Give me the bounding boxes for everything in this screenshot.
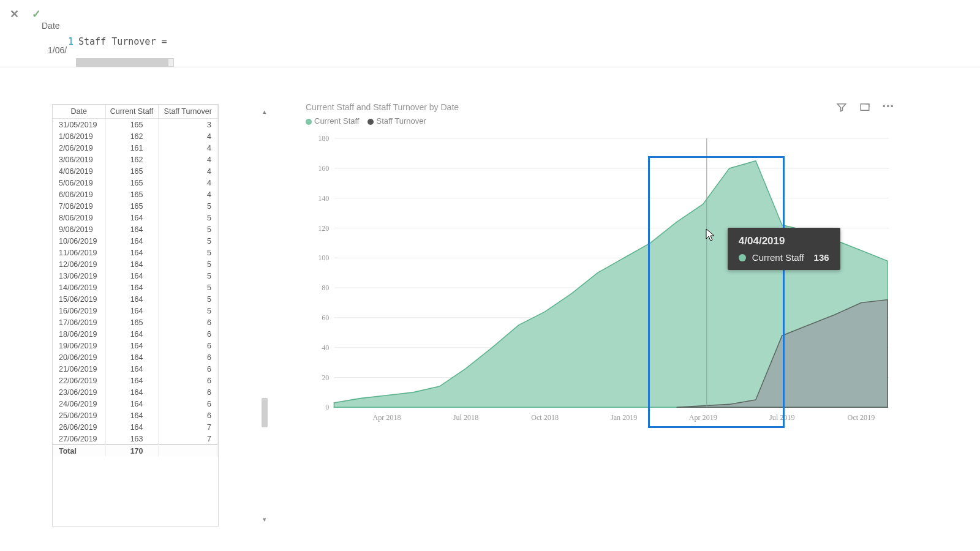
cell-staff-turnover: 7 <box>158 433 218 445</box>
table-row[interactable]: 22/06/2019 164 6 <box>53 375 218 386</box>
close-icon: ✕ <box>10 7 19 21</box>
cell-date: 25/06/2019 <box>53 410 105 421</box>
cell-current-staff: 165 <box>105 317 158 328</box>
cell-staff-turnover: 6 <box>158 363 218 375</box>
cell-date: 3/06/2019 <box>53 154 105 165</box>
table-row[interactable]: 7/06/2019 165 5 <box>53 200 218 212</box>
svg-text:80: 80 <box>322 283 329 292</box>
tooltip-value: 136 <box>814 252 829 263</box>
chart-plot-area[interactable]: 020406080100120140160180 Apr 2018Jul 201… <box>309 136 891 425</box>
cell-staff-turnover: 5 <box>158 235 218 247</box>
cell-current-staff: 164 <box>105 328 158 340</box>
formula-accept-button[interactable]: ✓ <box>28 6 44 22</box>
cell-staff-turnover: 4 <box>158 142 218 154</box>
filter-icon[interactable] <box>836 102 847 113</box>
cell-date: 17/06/2019 <box>53 317 105 328</box>
table-row[interactable]: 26/06/2019 164 7 <box>53 421 218 433</box>
table-row[interactable]: 14/06/2019 164 5 <box>53 282 218 293</box>
more-options-icon[interactable]: ••• <box>883 102 894 113</box>
cell-staff-turnover: 6 <box>158 375 218 386</box>
cell-staff-turnover: 6 <box>158 351 218 363</box>
cell-current-staff: 164 <box>105 375 158 386</box>
legend-item-current-staff[interactable]: Current Staff <box>306 116 359 126</box>
editor-hscrollbar[interactable] <box>76 58 174 67</box>
cell-date: 4/06/2019 <box>53 165 105 177</box>
table-row[interactable]: 17/06/2019 165 6 <box>53 317 218 328</box>
svg-text:20: 20 <box>322 373 329 381</box>
cell-current-staff: 165 <box>105 165 158 177</box>
cell-staff-turnover: 6 <box>158 386 218 398</box>
table-row[interactable]: 11/06/2019 164 5 <box>53 247 218 258</box>
cell-staff-turnover: 5 <box>158 223 218 235</box>
scroll-down-icon[interactable]: ▾ <box>260 515 269 524</box>
cell-staff-turnover: 5 <box>158 247 218 258</box>
cell-date: 26/06/2019 <box>53 421 105 433</box>
table-row[interactable]: 20/06/2019 164 6 <box>53 351 218 363</box>
cell-current-staff: 164 <box>105 363 158 375</box>
cell-staff-turnover: 5 <box>158 305 218 317</box>
table-row[interactable]: 4/06/2019 165 4 <box>53 165 218 177</box>
table-row[interactable]: 5/06/2019 165 4 <box>53 177 218 189</box>
table-row[interactable]: 27/06/2019 163 7 <box>53 433 218 445</box>
table-row[interactable]: 19/06/2019 164 6 <box>53 340 218 351</box>
focus-mode-icon[interactable] <box>859 102 870 113</box>
table-row[interactable]: 15/06/2019 164 5 <box>53 293 218 305</box>
cell-current-staff: 164 <box>105 270 158 282</box>
cell-date: 14/06/2019 <box>53 282 105 293</box>
cell-current-staff: 164 <box>105 258 158 270</box>
cell-staff-turnover: 5 <box>158 293 218 305</box>
scroll-up-icon[interactable]: ▴ <box>260 108 269 116</box>
table-row[interactable]: 3/06/2019 162 4 <box>53 154 218 165</box>
col-staff-turnover[interactable]: Staff Turnover <box>158 105 218 119</box>
table-row[interactable]: 13/06/2019 164 5 <box>53 270 218 282</box>
cell-current-staff: 164 <box>105 386 158 398</box>
legend-item-staff-turnover[interactable]: Staff Turnover <box>368 116 426 126</box>
table-row[interactable]: 12/06/2019 164 5 <box>53 258 218 270</box>
col-date[interactable]: Date <box>53 105 105 119</box>
cell-staff-turnover: 6 <box>158 398 218 410</box>
dax-editor[interactable]: 1Staff Turnover = 2CALCULATE( COUNTROWS(… <box>66 5 968 59</box>
table-visual[interactable]: Date Current Staff Staff Turnover 31/05/… <box>52 104 219 527</box>
tooltip-series-dot <box>739 254 746 261</box>
scroll-thumb[interactable] <box>262 398 268 427</box>
table-row[interactable]: 23/06/2019 164 6 <box>53 386 218 398</box>
table-row[interactable]: 24/06/2019 164 6 <box>53 398 218 410</box>
tooltip-date: 4/04/2019 <box>739 235 829 247</box>
cell-date: 21/06/2019 <box>53 363 105 375</box>
table-row[interactable]: 1/06/2019 162 4 <box>53 130 218 142</box>
cell-current-staff: 164 <box>105 235 158 247</box>
table-row[interactable]: 8/06/2019 164 5 <box>53 212 218 223</box>
cell-current-staff: 162 <box>105 130 158 142</box>
svg-text:Jul 2018: Jul 2018 <box>453 413 478 422</box>
cell-date: 1/06/2019 <box>53 130 105 142</box>
table-row[interactable]: 2/06/2019 161 4 <box>53 142 218 154</box>
table-row[interactable]: 25/06/2019 164 6 <box>53 410 218 421</box>
table-row[interactable]: 21/06/2019 164 6 <box>53 363 218 375</box>
cell-date: 13/06/2019 <box>53 270 105 282</box>
svg-text:160: 160 <box>318 164 329 173</box>
table-row[interactable]: 16/06/2019 164 5 <box>53 305 218 317</box>
col-current-staff[interactable]: Current Staff <box>105 105 158 119</box>
table-row[interactable]: 9/06/2019 164 5 <box>53 223 218 235</box>
cell-date: 31/05/2019 <box>53 119 105 131</box>
cell-current-staff: 164 <box>105 282 158 293</box>
svg-text:Oct 2019: Oct 2019 <box>848 413 875 422</box>
cell-staff-turnover: 4 <box>158 189 218 200</box>
table-row[interactable]: 10/06/2019 164 5 <box>53 235 218 247</box>
table-vscrollbar[interactable]: ▴ ▾ <box>260 108 269 524</box>
check-icon: ✓ <box>32 7 41 21</box>
cell-date: 5/06/2019 <box>53 177 105 189</box>
tooltip-series-name: Current Staff <box>752 252 804 263</box>
table-row[interactable]: 31/05/2019 165 3 <box>53 119 218 131</box>
table-row[interactable]: 6/06/2019 165 4 <box>53 189 218 200</box>
cell-current-staff: 164 <box>105 247 158 258</box>
svg-text:140: 140 <box>318 194 329 203</box>
editor-hscroll-thumb[interactable] <box>77 59 168 66</box>
table-row[interactable]: 18/06/2019 164 6 <box>53 328 218 340</box>
cell-date: 23/06/2019 <box>53 386 105 398</box>
cell-date: 7/06/2019 <box>53 200 105 212</box>
area-chart-visual[interactable]: Current Staff and Staff Turnover by Date… <box>297 100 897 443</box>
formula-cancel-button[interactable]: ✕ <box>6 6 22 22</box>
cell-staff-turnover: 5 <box>158 212 218 223</box>
total-value: 170 <box>105 445 158 457</box>
